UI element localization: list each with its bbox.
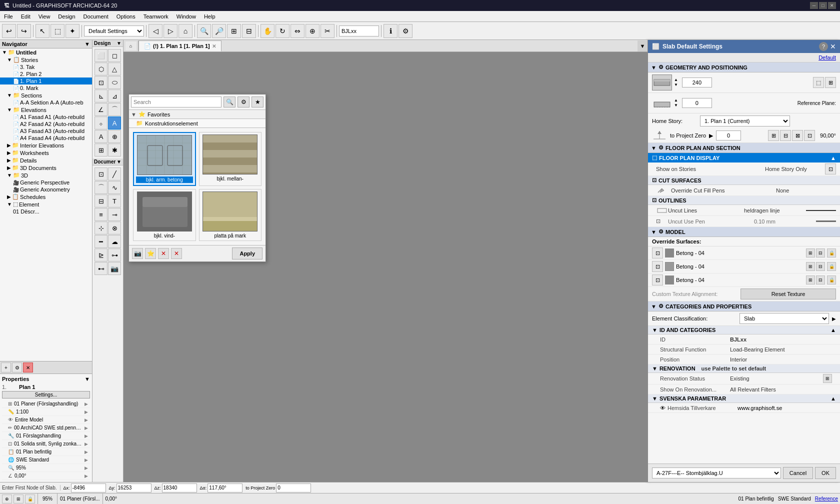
prop-angle[interactable]: ∠ 0,00° ▶ xyxy=(2,472,90,480)
tool-angle-dim[interactable]: ⊗ xyxy=(108,222,121,234)
mat-item-1[interactable]: bjkl. arm. betong xyxy=(133,132,196,186)
home-view-button[interactable]: ⌂ xyxy=(126,42,136,50)
fp-display-header[interactable]: ⬚ FLOOR PLAN DISPLAY ▲ xyxy=(648,153,840,162)
nav-settings-button[interactable]: ⚙ xyxy=(12,362,22,372)
design-toolbox-title[interactable]: Design ▼ xyxy=(92,40,123,47)
sections-group[interactable]: ▼ 📁 Sections xyxy=(0,92,92,99)
status-lock-button[interactable]: 🔒 xyxy=(25,494,35,504)
prop-pen-set[interactable]: ✏ 00 ArchiCAD SWE std.pennor (pla... ▶ xyxy=(2,424,90,432)
redo-button[interactable]: ↪ xyxy=(17,24,31,38)
story-tak[interactable]: 📄 3. Tak xyxy=(0,64,92,70)
mat-action-2b[interactable]: ⊟ xyxy=(816,262,825,271)
tool-beam[interactable]: ⬭ xyxy=(108,76,121,89)
tool-window[interactable]: ⊿ xyxy=(108,90,121,102)
document-toolbox-title[interactable]: Documer ▼ xyxy=(92,158,123,166)
geo-btn-1[interactable]: ⬚ xyxy=(813,77,824,88)
outlines-header[interactable]: ⊡ OUTLINES xyxy=(648,196,840,205)
mat-settings-button[interactable]: ⚙ xyxy=(238,96,250,108)
offset-button[interactable]: ⊕ xyxy=(306,24,320,38)
zoom-tool-button[interactable]: ⊟ xyxy=(242,24,256,38)
tool-roof[interactable]: ⬡ xyxy=(94,62,108,76)
details-group[interactable]: ▶ 📁 Details xyxy=(0,156,92,164)
story-plan1[interactable]: 📄 1. Plan 1 xyxy=(0,78,92,84)
status-grid-button[interactable]: ⊞ xyxy=(14,494,24,504)
tool-arc[interactable]: ⌒ xyxy=(94,181,108,194)
story-plan2[interactable]: 📄 2. Plan 2 xyxy=(0,70,92,78)
mat-close2-button[interactable]: ✕ xyxy=(171,248,182,259)
project-zero-input[interactable] xyxy=(716,130,741,140)
menu-help[interactable]: Help xyxy=(200,11,220,22)
tool-morph[interactable]: ⬦ xyxy=(94,116,108,130)
minimize-button[interactable]: ─ xyxy=(810,2,818,9)
undo-button[interactable]: ↩ xyxy=(2,24,16,38)
cut-surfaces-header[interactable]: ⊡ CUT SURFACES xyxy=(648,176,840,185)
menu-options[interactable]: Options xyxy=(112,11,140,22)
menu-file[interactable]: File xyxy=(0,11,17,22)
generic-axonometry-item[interactable]: 🎥 Generic Axonometry xyxy=(0,186,92,193)
menu-document[interactable]: Document xyxy=(80,11,112,22)
mat-arrow-btn-1[interactable]: ⊡ xyxy=(652,248,663,258)
close-button[interactable]: ✕ xyxy=(828,2,836,9)
next-view-button[interactable]: ▷ xyxy=(164,24,178,38)
tool-cam[interactable]: 📷 xyxy=(108,262,121,275)
tab-close-icon[interactable]: ✕ xyxy=(212,44,216,49)
nav-delete-button[interactable]: ✕ xyxy=(23,362,33,372)
interior-elevations-group[interactable]: ▶ 📁 Interior Elevations xyxy=(0,142,92,149)
settings-button[interactable]: ⚙ xyxy=(398,24,412,38)
status-snap-button[interactable]: ⊕ xyxy=(2,494,12,504)
geometry-section-header[interactable]: ▼ ⚙ GEOMETRY AND POSITIONING xyxy=(648,62,840,72)
mat-lock-btn-2[interactable]: 🔒 xyxy=(827,262,836,271)
mat-action-1b[interactable]: ⊟ xyxy=(816,248,825,258)
tool-cloud[interactable]: ☁ xyxy=(108,235,121,248)
mat-item-4[interactable]: platta på mark xyxy=(199,189,262,241)
zoom-in-button[interactable]: 🔍 xyxy=(197,24,211,38)
3d-documents-group[interactable]: ▶ 📁 3D Documents xyxy=(0,164,92,172)
schedules-group[interactable]: ▶ 📋 Schedules xyxy=(0,193,92,200)
elevations-group[interactable]: ▼ 📁 Elevations xyxy=(0,106,92,114)
mat-arrow-btn-3[interactable]: ⊡ xyxy=(652,274,663,286)
menu-view[interactable]: View xyxy=(34,11,54,22)
zoom-out-button[interactable]: 🔎 xyxy=(212,24,226,38)
restore-button[interactable]: □ xyxy=(819,2,827,9)
delta-y-input[interactable] xyxy=(116,484,152,492)
ref-plane-btn-4[interactable]: ⊡ xyxy=(804,130,815,141)
delta-x-input[interactable] xyxy=(71,484,106,492)
prop-plan-befintlig[interactable]: 📋 01 Plan befintlig ▶ xyxy=(2,448,90,456)
id-cat-header[interactable]: ▼ ID AND CATEGORIES ▲ xyxy=(648,326,840,334)
fit-window-button[interactable]: ⊞ xyxy=(227,24,241,38)
tool-object[interactable]: A xyxy=(108,116,121,130)
prop-zoom-pct[interactable]: 🔍 95% ▶ xyxy=(2,464,90,472)
mat-action-2a[interactable]: ⊞ xyxy=(806,262,815,271)
tool-door[interactable]: ⊾ xyxy=(94,90,108,102)
prop-layer-set[interactable]: ⊞ 01 Planer (Förslagshandling) ▶ xyxy=(2,400,90,408)
tool-wall[interactable]: ⬜ xyxy=(94,49,108,62)
rotate-button[interactable]: ↻ xyxy=(276,24,290,38)
tool-shell[interactable]: △ xyxy=(108,62,121,76)
prop-scale[interactable]: 📏 1:100 ▶ xyxy=(2,408,90,416)
id-input[interactable] xyxy=(339,26,379,36)
3d-group[interactable]: ▼ 📁 3D xyxy=(0,172,92,179)
prev-view-button[interactable]: ◁ xyxy=(148,24,162,38)
cat-section-header[interactable]: ▼ ⚙ CATEGORIES AND PROPERTIES xyxy=(648,302,840,312)
tool-fill[interactable]: ⊡ xyxy=(94,168,108,180)
ok-button[interactable]: OK xyxy=(815,467,836,479)
mat-delete-button[interactable]: ✕ xyxy=(158,248,169,259)
mat-action-1a[interactable]: ⊞ xyxy=(806,248,815,258)
elevation-a1[interactable]: 📄 A1 Fasad A1 (Auto-rebuild xyxy=(0,114,92,120)
elevation-a2[interactable]: 📄 A2 Fasad A2 (Auto-rebuild xyxy=(0,120,92,128)
coord-angle-input[interactable] xyxy=(208,484,242,492)
mat-item-3[interactable]: bjkl. vind- xyxy=(133,189,196,241)
home-story-select[interactable]: 1. Plan 1 (Current) xyxy=(700,116,790,126)
settings-btn[interactable]: Settings... xyxy=(2,391,90,398)
tool-poly-line[interactable]: ⊟ xyxy=(94,194,108,208)
prop-swe-standard[interactable]: 🌐 SWE Standard ▶ xyxy=(2,456,90,464)
mat-search-input[interactable] xyxy=(131,96,222,108)
menu-edit[interactable]: Edit xyxy=(17,11,34,22)
coord-z-input[interactable] xyxy=(162,484,197,492)
svenska-header[interactable]: ▼ SVENSKA PARAMETRAR ▲ xyxy=(648,394,840,403)
slab-help-button[interactable]: ? xyxy=(819,42,828,51)
mat-arrow-btn-2[interactable]: ⊡ xyxy=(652,261,663,272)
tool-label[interactable]: ≡ xyxy=(94,208,108,221)
navigator-close-icon[interactable]: ▼ xyxy=(84,41,90,47)
menu-teamwork[interactable]: Teamwork xyxy=(140,11,172,22)
